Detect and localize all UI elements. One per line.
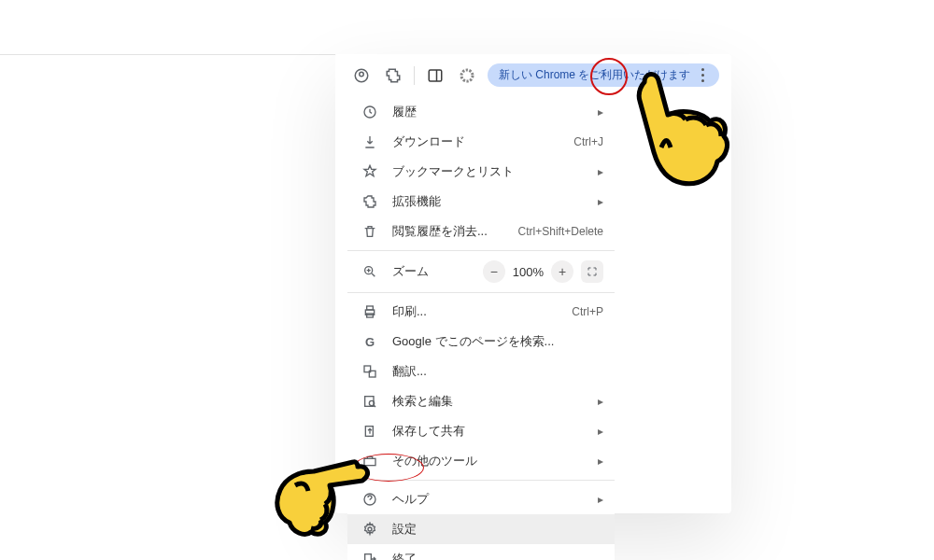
menu-exit-label: 終了 [392, 551, 603, 560]
submenu-arrow-icon: ▸ [598, 493, 603, 506]
menu-settings[interactable]: 設定 [347, 514, 615, 544]
menu-zoom: ズーム − 100% + [347, 255, 615, 288]
menu-exit[interactable]: 終了 [347, 544, 615, 560]
menu-print-shortcut: Ctrl+P [572, 305, 603, 318]
menu-gsearch-label: Google でこのページを検索... [392, 333, 603, 350]
submenu-arrow-icon: ▸ [598, 105, 603, 119]
zoom-out-button[interactable]: − [483, 260, 505, 283]
menu-translate[interactable]: 翻訳... [347, 357, 615, 386]
zoom-in-button[interactable]: + [551, 260, 573, 283]
svg-rect-18 [365, 554, 372, 560]
profile-icon[interactable] [350, 64, 373, 87]
menu-clear-label: 閲覧履歴を消去... [392, 223, 505, 240]
toolbar-separator [414, 66, 415, 85]
color-wheel-icon[interactable] [456, 64, 478, 87]
svg-rect-2 [429, 70, 442, 81]
menu-save-share[interactable]: 保存して共有 ▸ [347, 416, 615, 446]
google-icon: G [361, 332, 379, 351]
exit-icon [361, 550, 379, 560]
menu-help-label: ヘルプ [392, 491, 585, 508]
update-chip-label: 新しい Chrome をご利用いただけます [499, 67, 690, 83]
fullscreen-button[interactable] [581, 260, 603, 283]
menu-bookmarks[interactable]: ブックマークとリスト ▸ [347, 157, 615, 187]
toolbox-icon [361, 452, 379, 470]
share-icon [361, 422, 379, 441]
menu-find-edit[interactable]: 検索と編集 ▸ [347, 386, 615, 416]
trash-icon [361, 222, 379, 241]
update-chip[interactable]: 新しい Chrome をご利用いただけます [488, 63, 719, 87]
history-icon [361, 103, 379, 121]
menu-extensions-label: 拡張機能 [392, 193, 585, 210]
menu-history[interactable]: 履歴 ▸ [347, 97, 615, 127]
svg-point-17 [368, 527, 372, 531]
zoom-controls: − 100% + [483, 260, 603, 283]
menu-print[interactable]: 印刷... Ctrl+P [347, 297, 615, 327]
menu-help[interactable]: ヘルプ ▸ [347, 484, 615, 514]
sidepanel-icon[interactable] [424, 64, 446, 87]
menu-downloads-label: ダウンロード [392, 133, 560, 150]
menu-save-share-label: 保存して共有 [392, 423, 585, 440]
menu-translate-label: 翻訳... [392, 363, 603, 380]
zoom-icon [361, 262, 379, 281]
submenu-arrow-icon: ▸ [598, 195, 603, 208]
menu-separator [347, 250, 615, 251]
zoom-value: 100% [513, 265, 544, 279]
svg-rect-8 [367, 306, 374, 310]
svg-rect-15 [364, 458, 375, 465]
menu-more-tools-label: その他のツール [392, 453, 585, 469]
menu-bookmarks-label: ブックマークとリスト [392, 163, 585, 180]
menu-separator [347, 480, 615, 481]
submenu-arrow-icon: ▸ [598, 165, 603, 178]
translate-icon [361, 362, 379, 381]
menu-clear-shortcut: Ctrl+Shift+Delete [518, 225, 603, 238]
download-icon [361, 133, 379, 151]
submenu-arrow-icon: ▸ [598, 395, 603, 408]
svg-point-1 [360, 72, 364, 77]
menu-zoom-label: ズーム [392, 263, 470, 280]
submenu-arrow-icon: ▸ [598, 455, 603, 468]
find-icon [361, 392, 379, 411]
browser-toolbar: 新しい Chrome をご利用いただけます [350, 63, 719, 87]
help-icon [361, 490, 379, 509]
menu-history-label: 履歴 [392, 104, 585, 120]
menu-more-tools[interactable]: その他のツール ▸ [347, 446, 615, 476]
menu-google-search[interactable]: G Google でこのページを検索... [347, 327, 615, 357]
puzzle-icon [361, 192, 379, 211]
menu-find-label: 検索と編集 [392, 393, 585, 410]
menu-clear-history[interactable]: 閲覧履歴を消去... Ctrl+Shift+Delete [347, 217, 615, 246]
chrome-menu: 履歴 ▸ ダウンロード Ctrl+J ブックマークとリスト ▸ 拡張機能 ▸ 閲… [347, 97, 615, 560]
menu-downloads[interactable]: ダウンロード Ctrl+J [347, 127, 615, 157]
submenu-arrow-icon: ▸ [598, 425, 603, 438]
menu-separator [347, 292, 615, 293]
menu-extensions[interactable]: 拡張機能 ▸ [347, 187, 615, 217]
print-icon [361, 302, 379, 321]
kebab-menu-icon[interactable] [698, 68, 708, 82]
menu-downloads-shortcut: Ctrl+J [573, 135, 603, 148]
menu-print-label: 印刷... [392, 303, 559, 320]
bookmark-icon [361, 162, 379, 181]
gear-icon [361, 520, 379, 539]
svg-point-4 [461, 70, 473, 81]
page-divider [0, 54, 335, 55]
extensions-icon[interactable] [382, 64, 404, 87]
menu-settings-label: 設定 [392, 521, 603, 538]
